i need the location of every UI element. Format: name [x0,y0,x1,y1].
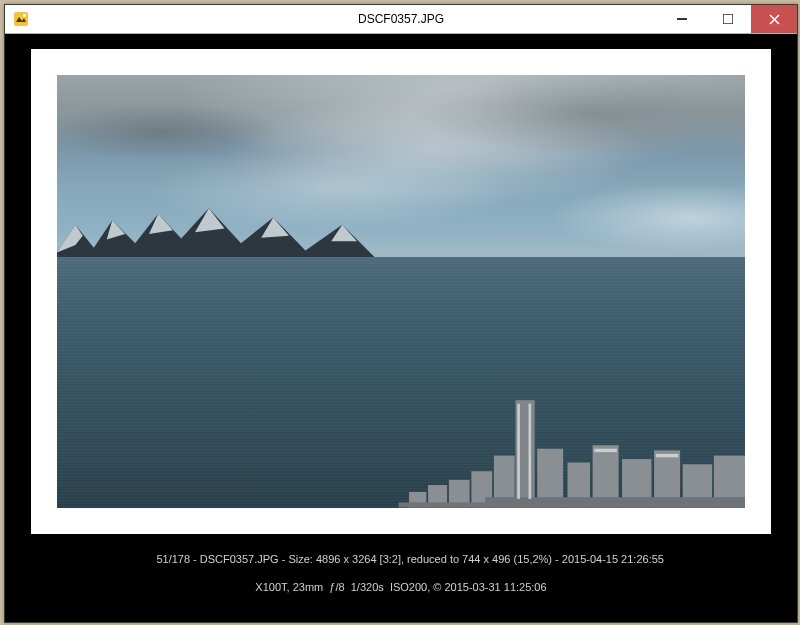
titlebar[interactable]: DSCF0357.JPG [5,5,797,34]
svg-rect-21 [399,503,745,508]
image-viewer-window: DSCF0357.JPG [4,4,798,623]
svg-point-1 [23,14,26,17]
photo-content[interactable] [57,75,745,508]
status-line-1: 51/178 - DSCF0357.JPG - Size: 4896 x 326… [156,553,664,565]
photo-frame [31,49,771,534]
svg-rect-3 [723,14,733,24]
minimize-button[interactable] [659,5,705,33]
minimize-icon [677,14,687,24]
app-icon [13,11,29,27]
window-controls [659,5,797,33]
status-bar: 51/178 - DSCF0357.JPG - Size: 4896 x 326… [138,538,664,622]
svg-rect-2 [677,18,687,20]
svg-rect-25 [656,454,679,457]
svg-rect-23 [529,404,532,499]
city-graphic [346,395,745,508]
close-icon [769,14,780,25]
status-line-2: X100T, 23mm ƒ/8 1/320s ISO200, © 2015-03… [138,580,664,594]
maximize-button[interactable] [705,5,751,33]
client-area: 51/178 - DSCF0357.JPG - Size: 4896 x 326… [5,34,797,622]
close-button[interactable] [751,5,797,33]
svg-rect-0 [14,12,28,26]
svg-rect-22 [517,404,520,499]
maximize-icon [723,14,733,24]
svg-rect-24 [594,449,617,452]
